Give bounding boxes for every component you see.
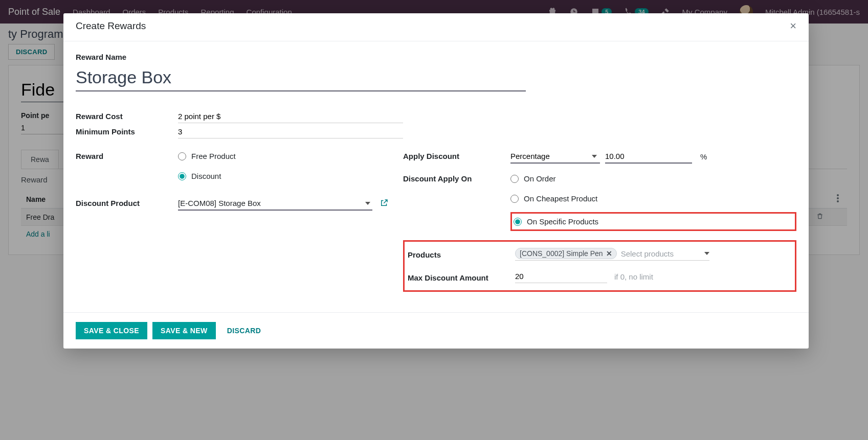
max-discount-label: Max Discount Amount xyxy=(408,271,515,282)
apply-on-specific-label: On Specific Products xyxy=(527,217,598,226)
close-icon[interactable]: × xyxy=(790,20,796,32)
apply-on-order-label: On Order xyxy=(524,174,556,183)
reward-free-product-label: Free Product xyxy=(191,152,236,160)
discount-product-select[interactable]: [E-COM08] Storage Box xyxy=(178,197,372,211)
save-new-button[interactable]: SAVE & NEW xyxy=(152,322,216,339)
apply-discount-value-input[interactable] xyxy=(605,150,692,164)
discount-product-label: Discount Product xyxy=(76,194,178,207)
chevron-down-icon xyxy=(704,252,709,255)
product-tag-label: [CONS_0002] Simple Pen xyxy=(520,249,603,258)
products-placeholder: Select products xyxy=(621,249,700,258)
apply-on-cheapest-radio[interactable]: On Cheapest Product xyxy=(510,192,796,205)
products-label: Products xyxy=(408,248,515,259)
apply-discount-type-select[interactable]: Percentage xyxy=(510,150,600,164)
reward-type-label: Reward xyxy=(76,150,178,160)
reward-cost-label: Reward Cost xyxy=(76,110,178,121)
create-rewards-modal: Create Rewards × Reward Name Reward Cost… xyxy=(63,13,809,349)
reward-discount-label: Discount xyxy=(191,172,221,180)
remove-tag-icon[interactable]: ✕ xyxy=(606,249,612,258)
apply-on-cheapest-label: On Cheapest Product xyxy=(524,194,597,203)
reward-free-product-radio[interactable]: Free Product xyxy=(178,150,403,163)
reward-discount-radio[interactable]: Discount xyxy=(178,170,403,182)
product-tag[interactable]: [CONS_0002] Simple Pen ✕ xyxy=(515,248,617,259)
modal-discard-button[interactable]: DISCARD xyxy=(221,322,268,339)
apply-discount-label: Apply Discount xyxy=(403,150,510,160)
apply-on-order-radio[interactable]: On Order xyxy=(510,172,796,185)
min-points-input[interactable] xyxy=(178,125,403,138)
apply-on-specific-radio[interactable]: On Specific Products xyxy=(514,215,791,228)
reward-cost-input[interactable] xyxy=(178,110,403,123)
reward-name-label: Reward Name xyxy=(76,51,796,61)
save-close-button[interactable]: SAVE & CLOSE xyxy=(76,322,147,339)
percent-label: % xyxy=(700,152,707,161)
external-link-icon[interactable] xyxy=(380,198,389,209)
chevron-down-icon xyxy=(365,202,370,205)
max-discount-hint: if 0, no limit xyxy=(614,272,653,281)
reward-name-input[interactable] xyxy=(76,64,526,91)
modal-title: Create Rewards xyxy=(76,20,146,32)
discount-product-value: [E-COM08] Storage Box xyxy=(178,199,261,207)
min-points-label: Minimum Points xyxy=(76,125,178,136)
products-multiselect[interactable]: [CONS_0002] Simple Pen ✕ Select products xyxy=(515,247,709,261)
max-discount-input[interactable] xyxy=(515,270,607,283)
discount-apply-on-label: Discount Apply On xyxy=(403,172,510,183)
